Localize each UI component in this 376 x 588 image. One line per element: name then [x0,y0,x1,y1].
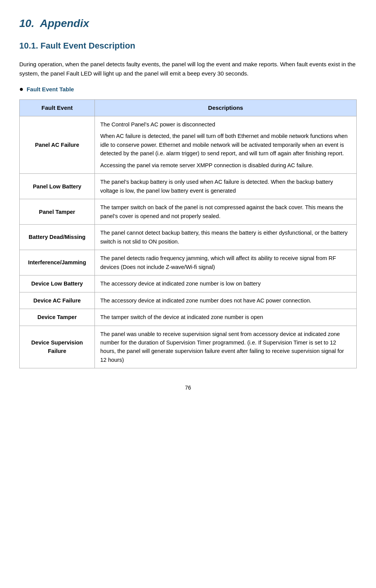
fault-event-cell: Device SupervisionFailure [20,326,95,368]
table-header-descriptions: Descriptions [95,99,357,116]
fault-description-cell: The tamper switch on back of the panel i… [95,199,357,225]
fault-description-cell: The Control Panel’s AC power is disconne… [95,116,357,174]
fault-event-table: Fault Event Descriptions Panel AC Failur… [19,99,357,369]
table-row: Battery Dead/MissingThe panel cannot det… [20,225,357,250]
section-title: 10.1. Fault Event Description [19,39,357,52]
table-row: Device SupervisionFailureThe panel was u… [20,326,357,368]
table-row: Interference/JammingThe panel detects ra… [20,250,357,276]
bullet-icon: ● [19,85,24,94]
fault-event-cell: Device AC Failure [20,292,95,309]
chapter-title: 10. Appendix [19,15,357,32]
table-row: Device TamperThe tamper switch of the de… [20,309,357,326]
table-row: Device Low BatteryThe accessory device a… [20,276,357,292]
fault-description-cell: The accessory device at indicated zone n… [95,276,357,292]
table-row: Panel AC FailureThe Control Panel’s AC p… [20,116,357,174]
intro-paragraph: During operation, when the panel detects… [19,60,357,78]
fault-event-table-label: ● Fault Event Table [19,85,357,94]
table-row: Panel Low BatteryThe panel’s backup batt… [20,174,357,199]
fault-description-cell: The panel detects radio frequency jammin… [95,250,357,276]
fault-event-cell: Device Tamper [20,309,95,326]
fault-description-cell: The accessory device at indicated zone n… [95,292,357,309]
fault-event-cell: Panel AC Failure [20,116,95,174]
fault-event-cell: Interference/Jamming [20,250,95,276]
fault-description-cell: The tamper switch of the device at indic… [95,309,357,326]
fault-event-cell: Battery Dead/Missing [20,225,95,250]
fault-event-cell: Panel Low Battery [20,174,95,199]
fault-description-cell: The panel was unable to receive supervis… [95,326,357,368]
table-header-event: Fault Event [20,99,95,116]
fault-description-cell: The panel’s backup battery is only used … [95,174,357,199]
fault-event-cell: Device Low Battery [20,276,95,292]
fault-event-cell: Panel Tamper [20,199,95,225]
page-number: 76 [19,384,357,392]
table-row: Device AC FailureThe accessory device at… [20,292,357,309]
fault-description-cell: The panel cannot detect backup battery, … [95,225,357,250]
table-row: Panel TamperThe tamper switch on back of… [20,199,357,225]
